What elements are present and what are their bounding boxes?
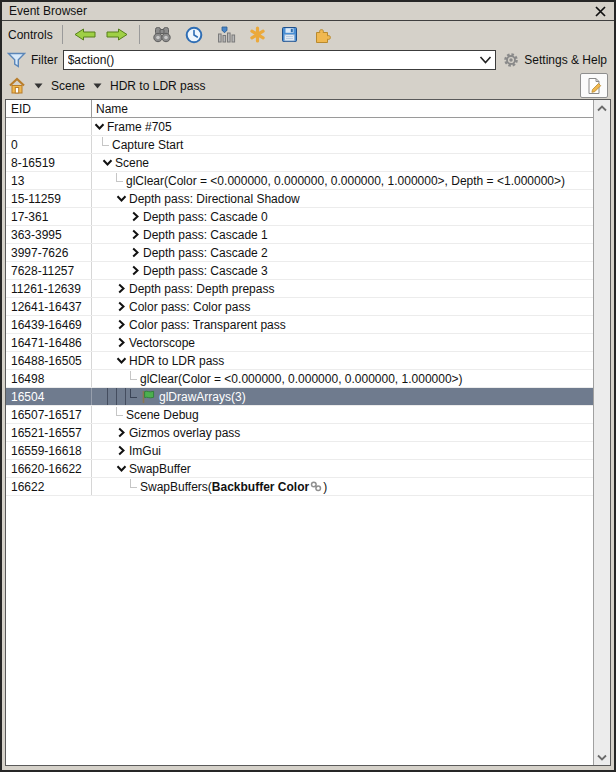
table-row[interactable]: 13glClear(Color = <0.000000, 0.000000, 0…: [6, 172, 594, 190]
chevron-right-icon[interactable]: [116, 319, 129, 330]
breadcrumb-item-scene[interactable]: Scene: [51, 79, 85, 93]
filter-combobox[interactable]: [63, 50, 497, 70]
chevron-right-icon[interactable]: [116, 337, 129, 348]
table-row[interactable]: 3997-7626Depth pass: Cascade 2: [6, 244, 594, 262]
event-name: glClear(Color = <0.000000, 0.000000, 0.0…: [92, 370, 594, 387]
event-name-text: glClear(Color = <0.000000, 0.000000, 0.0…: [140, 372, 463, 386]
home-icon[interactable]: [8, 77, 26, 94]
table-row[interactable]: 16498glClear(Color = <0.000000, 0.000000…: [6, 370, 594, 388]
chevron-down-icon[interactable]: [116, 355, 129, 366]
toolbar-separator: [62, 25, 63, 44]
chevron-down-icon[interactable]: [116, 463, 129, 474]
filter-input[interactable]: [68, 53, 476, 67]
column-header-eid[interactable]: EID: [6, 100, 92, 117]
tree-connector: [102, 137, 109, 146]
event-eid: 12641-16437: [6, 298, 92, 315]
table-row[interactable]: Frame #705: [6, 118, 594, 136]
link-icon: [310, 481, 322, 492]
chevron-right-icon[interactable]: [130, 211, 143, 222]
table-row[interactable]: 11261-12639Depth pass: Depth prepass: [6, 280, 594, 298]
table-row[interactable]: 0Capture Start: [6, 136, 594, 154]
event-eid: 7628-11257: [6, 262, 92, 279]
event-eid: 16439-16469: [6, 316, 92, 333]
edit-bookmark-button[interactable]: [580, 73, 608, 98]
event-name: Depth pass: Cascade 2: [92, 244, 594, 261]
bookmark-icon[interactable]: [245, 24, 271, 46]
scroll-down-icon[interactable]: [594, 749, 610, 765]
save-icon[interactable]: [277, 24, 303, 46]
event-eid: 8-16519: [6, 154, 92, 171]
event-eid: 11261-12639: [6, 280, 92, 297]
table-row[interactable]: 16471-16486Vectorscope: [6, 334, 594, 352]
caret-down-icon[interactable]: [93, 83, 102, 89]
chevron-down-icon[interactable]: [102, 157, 115, 168]
table-row[interactable]: 363-3995Depth pass: Cascade 1: [6, 226, 594, 244]
event-name: SwapBuffer: [92, 460, 594, 477]
event-name: SwapBuffers( Backbuffer Color ): [92, 478, 594, 495]
chevron-right-icon[interactable]: [130, 247, 143, 258]
table-row[interactable]: 16622SwapBuffers( Backbuffer Color ): [6, 478, 594, 496]
table-row[interactable]: 8-16519Scene: [6, 154, 594, 172]
event-name-text: SwapBuffers(: [140, 480, 212, 494]
extensions-icon[interactable]: [309, 24, 335, 46]
event-eid: [6, 118, 92, 135]
event-name-text: Depth pass: Depth prepass: [129, 282, 274, 296]
event-name-text: Gizmos overlay pass: [129, 426, 240, 440]
tree-connector: [130, 389, 137, 398]
prev-event-icon[interactable]: [72, 24, 98, 46]
filter-funnel-icon: [7, 52, 26, 68]
breadcrumb-item-current[interactable]: HDR to LDR pass: [110, 79, 205, 93]
chevron-right-icon[interactable]: [116, 427, 129, 438]
chevron-right-icon[interactable]: [130, 229, 143, 240]
event-eid: 3997-7626: [6, 244, 92, 261]
tree-connector: [116, 173, 123, 182]
event-name: Gizmos overlay pass: [92, 424, 594, 441]
event-name-text: Depth pass: Cascade 2: [143, 246, 268, 260]
table-row[interactable]: 16507-16517Scene Debug: [6, 406, 594, 424]
chevron-right-icon[interactable]: [116, 301, 129, 312]
event-eid: 16507-16517: [6, 406, 92, 423]
chevron-right-icon[interactable]: [116, 445, 129, 456]
event-name-text: HDR to LDR pass: [129, 354, 224, 368]
tree-connector: [130, 371, 137, 380]
next-event-icon[interactable]: [104, 24, 130, 46]
table-row[interactable]: 16439-16469Color pass: Transparent pass: [6, 316, 594, 334]
combo-dropdown-icon[interactable]: [479, 56, 492, 64]
chevron-down-icon[interactable]: [116, 193, 129, 204]
event-name-text: SwapBuffer: [129, 462, 191, 476]
column-header-name[interactable]: Name: [92, 100, 594, 117]
stats-icon[interactable]: [213, 24, 239, 46]
filter-row: Filter Settings & Help: [2, 48, 614, 72]
event-name-text: Depth pass: Cascade 1: [143, 228, 268, 242]
table-row[interactable]: 16521-16557Gizmos overlay pass: [6, 424, 594, 442]
chevron-right-icon[interactable]: [130, 265, 143, 276]
table-row[interactable]: 12641-16437Color pass: Color pass: [6, 298, 594, 316]
table-row[interactable]: 16620-16622SwapBuffer: [6, 460, 594, 478]
event-eid: 15-11259: [6, 190, 92, 207]
vertical-scrollbar[interactable]: [593, 100, 610, 765]
table-row[interactable]: 15-11259Depth pass: Directional Shadow: [6, 190, 594, 208]
edit-bookmark-icon: [585, 77, 603, 95]
event-eid: 16620-16622: [6, 460, 92, 477]
event-name-text: Frame #705: [107, 120, 172, 134]
event-name-text: Vectorscope: [129, 336, 195, 350]
close-icon[interactable]: [594, 5, 607, 18]
table-row[interactable]: 7628-11257Depth pass: Cascade 3: [6, 262, 594, 280]
event-name-text: Depth pass: Cascade 3: [143, 264, 268, 278]
window-titlebar: Event Browser: [2, 2, 614, 21]
tree-guide-line: [116, 388, 117, 405]
chevron-down-icon[interactable]: [94, 121, 107, 132]
table-row[interactable]: 17-361Depth pass: Cascade 0: [6, 208, 594, 226]
scroll-up-icon[interactable]: [594, 100, 610, 116]
time-events-icon[interactable]: [181, 24, 207, 46]
chevron-right-icon[interactable]: [116, 283, 129, 294]
controls-label: Controls: [8, 28, 53, 42]
find-event-icon[interactable]: [149, 24, 175, 46]
event-name-text: glClear(Color = <0.000000, 0.000000, 0.0…: [126, 174, 565, 188]
table-row[interactable]: 16504glDrawArrays(3): [6, 388, 594, 406]
caret-down-icon[interactable]: [34, 83, 43, 89]
settings-help-button[interactable]: Settings & Help: [501, 52, 609, 68]
event-name-text: ): [323, 480, 327, 494]
table-row[interactable]: 16488-16505HDR to LDR pass: [6, 352, 594, 370]
table-row[interactable]: 16559-16618ImGui: [6, 442, 594, 460]
